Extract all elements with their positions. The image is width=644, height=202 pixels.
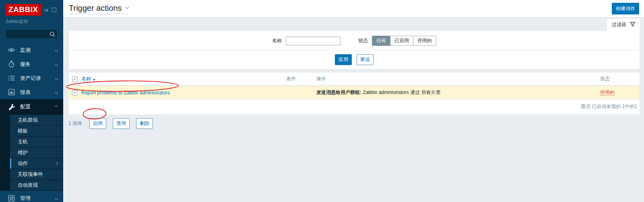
- sidebar-item-monitoring[interactable]: 监测: [0, 43, 63, 57]
- submenu-item-actions[interactable]: 动作: [0, 158, 63, 169]
- page-header: Trigger actions 创建动作: [63, 0, 644, 18]
- operation-type: 发送消息给用户群组:: [316, 90, 361, 95]
- status-filter-label: 状态: [358, 37, 368, 44]
- page-title-dropdown[interactable]: Trigger actions: [69, 4, 128, 14]
- chevron-down-icon: [55, 62, 58, 65]
- sidebar-item-label: 资产记录: [20, 75, 41, 82]
- select-all-checkbox[interactable]: [72, 76, 78, 82]
- chevron-down-icon: [55, 48, 58, 51]
- sidebar-item-inventory[interactable]: 资产记录: [0, 71, 63, 85]
- list-icon: [7, 74, 15, 82]
- sidebar: ZABBIX Zabbix监控 监测 服务: [0, 0, 63, 202]
- sidebar-item-reports[interactable]: 报表: [0, 85, 63, 99]
- operation-detail: Zabbix administrators 通过 所有介质: [361, 90, 441, 95]
- name-filter-input[interactable]: [286, 37, 341, 45]
- sidebar-item-administration[interactable]: 管理: [0, 190, 63, 202]
- filter-tab[interactable]: 过滤器: [607, 19, 640, 31]
- filter-icon: [630, 22, 635, 28]
- zabbix-logo[interactable]: ZABBIX: [6, 4, 41, 16]
- main-area: Trigger actions 创建动作 过滤器 名称 状态: [63, 0, 644, 202]
- bar-chart-icon: [7, 88, 15, 96]
- logo-row: ZABBIX: [0, 0, 63, 16]
- sidebar-item-label: 报表: [20, 89, 31, 96]
- filter-actions: 应用 重设: [69, 54, 640, 65]
- row-status-link[interactable]: 停用的: [600, 90, 615, 96]
- collapse-sidebar-icon[interactable]: [45, 8, 48, 12]
- chevron-down-icon: [55, 90, 58, 94]
- page-title: Trigger actions: [69, 4, 122, 12]
- table-row: Report problems to Zabbix administrators…: [69, 86, 640, 100]
- app-root: ZABBIX Zabbix监控 监测 服务: [0, 0, 644, 202]
- column-header-operations: 操作: [314, 73, 598, 86]
- row-checkbox[interactable]: [72, 90, 78, 96]
- chevron-up-icon: [55, 105, 58, 108]
- delete-button[interactable]: 删除: [136, 118, 153, 129]
- filter-form: 名称 状态 任何 已启用 停用的: [69, 36, 640, 46]
- gear-icon: [7, 194, 15, 202]
- submenu-item-maintenance[interactable]: 维护: [0, 147, 63, 158]
- table-header-row: 名称 条件 操作 状态: [69, 73, 640, 86]
- status-option-enabled[interactable]: 已启用: [390, 36, 413, 46]
- submenu-label: 主机群组: [18, 117, 38, 124]
- filter-panel: 名称 状态 任何 已启用 停用的 应用 重设: [68, 31, 640, 69]
- apply-button[interactable]: 应用: [335, 54, 352, 65]
- eye-icon: [7, 46, 15, 54]
- status-option-any[interactable]: 任何: [372, 36, 390, 46]
- action-name-link[interactable]: Report problems to Zabbix administrators: [81, 90, 170, 96]
- chevron-down-icon: [55, 76, 58, 80]
- column-header-conditions: 条件: [284, 73, 314, 86]
- submenu-item-discovery[interactable]: 自动发现: [0, 180, 63, 190]
- submenu-label: 动作: [18, 160, 28, 167]
- hide-sidebar-icon[interactable]: [52, 8, 56, 12]
- actions-table-panel: 名称 条件 操作 状态 Report problems to Zabbix ad…: [68, 73, 640, 115]
- column-header-name[interactable]: 名称: [81, 76, 91, 82]
- sidebar-item-configuration[interactable]: 配置: [0, 99, 63, 114]
- sidebar-item-label: 配置: [20, 103, 31, 110]
- submenu-label: 关联项事件: [18, 171, 43, 178]
- status-segmented-control: 任何 已启用 停用的: [372, 36, 436, 46]
- configuration-submenu: 主机群组 模板 主机 维护 动作 关联项事件 自动发现: [0, 114, 63, 190]
- row-conditions: [284, 86, 314, 100]
- server-subtitle: Zabbix监控: [0, 16, 63, 27]
- wrench-icon: [7, 103, 15, 111]
- submenu-label: 自动发现: [18, 182, 38, 189]
- selected-count: 1 选择: [68, 120, 83, 127]
- submenu-label: 主机: [18, 139, 28, 145]
- submenu-label: 模板: [18, 128, 28, 135]
- submenu-label: 维护: [18, 149, 28, 156]
- content-area: 过滤器 名称 状态 任何 已启用 停用的: [63, 18, 644, 202]
- enable-button[interactable]: 启用: [89, 118, 106, 129]
- submenu-item-templates[interactable]: 模板: [0, 125, 63, 136]
- reset-button[interactable]: 重设: [357, 54, 374, 65]
- filter-tab-row: 过滤器: [68, 18, 640, 31]
- submenu-item-hosts[interactable]: 主机: [0, 136, 63, 147]
- submenu-item-event-correlation[interactable]: 关联项事件: [0, 169, 63, 180]
- table-footer-stats: 显示 已自动发现的 1中的1: [69, 100, 640, 114]
- name-filter-label: 名称: [272, 37, 282, 44]
- filter-tab-label: 过滤器: [612, 21, 626, 28]
- sidebar-nav: 监测 服务 资产记录 报表: [0, 43, 63, 202]
- sidebar-search: [6, 29, 58, 39]
- disable-button[interactable]: 禁用: [113, 118, 130, 129]
- sidebar-item-label: 管理: [20, 195, 31, 202]
- filter-divider: [69, 50, 640, 50]
- submenu-item-host-groups[interactable]: 主机群组: [0, 114, 63, 125]
- create-action-button[interactable]: 创建动作: [612, 3, 639, 14]
- sort-asc-icon: [93, 78, 96, 81]
- sidebar-item-label: 服务: [20, 61, 31, 68]
- row-operations: 发送消息给用户群组: Zabbix administrators 通过 所有介质: [314, 86, 598, 100]
- status-option-disabled[interactable]: 停用的: [413, 36, 436, 46]
- stopwatch-icon: [7, 60, 15, 68]
- selection-bar: 1 选择 启用 禁用 删除: [68, 118, 640, 129]
- chevron-down-icon: [125, 5, 129, 9]
- search-icon[interactable]: [49, 31, 56, 39]
- sidebar-item-services[interactable]: 服务: [0, 57, 63, 71]
- sidebar-item-label: 监测: [20, 47, 31, 54]
- actions-table: 名称 条件 操作 状态 Report problems to Zabbix ad…: [69, 73, 640, 100]
- chevron-right-icon: [55, 162, 58, 165]
- column-header-status: 状态: [598, 73, 640, 86]
- chevron-down-icon: [55, 196, 58, 200]
